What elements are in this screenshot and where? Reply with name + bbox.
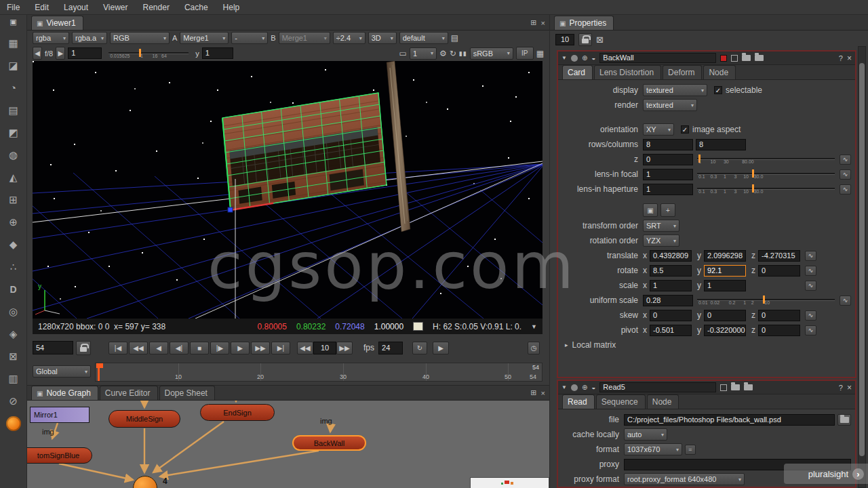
animation-curve-icon[interactable]: ∿ (840, 184, 851, 195)
close-panel-icon[interactable]: × (541, 19, 545, 27)
play-button[interactable]: ▶ (231, 342, 250, 354)
translate-z-field[interactable]: -4.270315 (758, 250, 800, 262)
display-toggle-icon[interactable] (720, 384, 727, 391)
toolbar-icon-time[interactable]: ◔ (10, 77, 16, 99)
goto-end-button[interactable]: ▶| (271, 342, 290, 354)
disclosure-arrow-icon[interactable]: ▸ (565, 342, 568, 348)
toolbar-icon-color[interactable]: ◩ (8, 121, 18, 144)
menu-layout[interactable]: Layout (56, 3, 96, 12)
nodegraph-minimap[interactable] (470, 477, 549, 488)
float-panel-icon[interactable]: ⊞ (530, 388, 536, 397)
downrez-dropdown[interactable]: 1▾ (410, 47, 437, 60)
help-icon[interactable]: ? (839, 54, 843, 62)
toolbar-icon-toolsets[interactable]: ⊠ (9, 345, 18, 367)
rotate-z-field[interactable]: 0 (758, 265, 800, 277)
close-properties-icon[interactable]: × (847, 54, 852, 63)
animation-curve-icon[interactable]: ∿ (805, 325, 816, 336)
step-back-button[interactable]: ◀| (170, 342, 189, 354)
tab-properties[interactable]: ▣ Properties (554, 16, 614, 30)
format-dropdown[interactable]: 1037x670▾ (624, 443, 682, 455)
layer-dropdown[interactable]: rgba▾ (33, 32, 69, 44)
proxy-scale-dropdown[interactable]: ÷2.4▾ (333, 32, 366, 44)
scale-x-field[interactable]: 1 (650, 280, 692, 291)
selectable-checkbox[interactable]: ✓ (714, 86, 722, 94)
menu-file[interactable]: File (7, 3, 27, 12)
a-input-dropdown[interactable]: Merge1▾ (180, 32, 229, 44)
lens-in-focal-slider[interactable]: 0.1 0.3 1 3 10 30.0 (697, 169, 835, 180)
save-preset-icon[interactable] (744, 384, 753, 390)
translate-y-field[interactable]: 2.0996298 (704, 250, 746, 262)
node-backwall[interactable]: BackWall (292, 435, 366, 451)
toolbar-icon-script[interactable]: ⊘ (9, 390, 18, 412)
node-name-field[interactable]: Read5 (599, 382, 716, 392)
tab-read[interactable]: Read (562, 394, 595, 409)
lamp-icon[interactable]: ◒ (591, 54, 595, 62)
image-aspect-checkbox[interactable]: ✓ (681, 125, 689, 134)
gamma-field[interactable]: 1 (202, 47, 233, 59)
tab-node-graph[interactable]: ▣ Node Graph (31, 386, 98, 400)
chevron-down-icon[interactable]: ▼ (531, 323, 537, 330)
input-process-button[interactable]: IP (516, 47, 534, 60)
scrollbar-handle[interactable] (859, 63, 865, 456)
toolbar-icon-channel[interactable]: ▤ (8, 99, 18, 121)
toolbar-icon-metadata[interactable]: ◈ (9, 323, 18, 345)
transform-order-dropdown[interactable]: SRT▾ (643, 220, 679, 232)
lamp-icon[interactable]: ◒ (591, 384, 595, 391)
max-panels-field[interactable]: 10 (555, 34, 574, 45)
node-middlesign[interactable]: MiddleSign (108, 410, 180, 428)
toolbar-icon-keyer[interactable]: ◭ (9, 166, 18, 188)
center-node-icon[interactable]: ⊕ (582, 54, 587, 62)
toolbar-icon-draw[interactable]: ◪ (8, 54, 18, 77)
monitor-icon[interactable]: ▭ (399, 49, 407, 58)
revert-icon[interactable] (731, 384, 740, 390)
range-mode-dropdown[interactable]: Global▾ (33, 365, 91, 378)
columns-field[interactable]: 8 (696, 139, 746, 150)
view-select-dropdown[interactable]: 3D▾ (368, 32, 397, 44)
scale-y-field[interactable]: 1 (704, 280, 746, 291)
tab-card[interactable]: Card (562, 65, 593, 79)
toolbar-icon-merge[interactable]: ⊞ (9, 188, 18, 211)
z-slider[interactable]: 1 10 30 80.00 (697, 154, 835, 165)
rotation-order-dropdown[interactable]: YZX▾ (643, 235, 679, 247)
animation-curve-icon[interactable]: ∿ (840, 169, 851, 180)
loop-mode-button[interactable]: ↻ (412, 342, 427, 354)
pivot-x-field[interactable]: -0.501 (650, 325, 692, 336)
camera-dropdown[interactable]: default▾ (399, 32, 448, 44)
current-frame-field[interactable]: 54 (33, 341, 73, 354)
cache-locally-dropdown[interactable]: auto▾ (624, 428, 667, 441)
tab-lens-distortion[interactable]: Lens Distortion (594, 65, 661, 79)
pane-menu-icon[interactable]: ▣ (9, 18, 16, 26)
animation-curve-icon[interactable]: ∿ (805, 266, 816, 276)
tab-viewer1[interactable]: ▣ Viewer1 (31, 16, 83, 30)
rotate-x-field[interactable]: 8.5 (650, 265, 692, 277)
skew-z-field[interactable]: 0 (758, 310, 800, 321)
skip-forward-button[interactable]: ▶▶ (336, 342, 353, 354)
next-keyframe-button[interactable]: ▶▶ (251, 342, 270, 354)
node-color-icon[interactable] (571, 55, 578, 62)
gain-field[interactable]: 1 (68, 47, 102, 59)
channels-dropdown[interactable]: RGB▾ (110, 32, 170, 44)
blend-mode-dropdown[interactable]: -▾ (231, 32, 268, 44)
b-input-dropdown[interactable]: Merge1▾ (279, 32, 330, 44)
float-panel-icon[interactable]: ⊞ (530, 18, 536, 27)
gain-up-button[interactable]: ▶ (56, 47, 65, 60)
refresh-icon[interactable]: ↻ (450, 49, 456, 58)
tab-node[interactable]: Node (647, 394, 679, 409)
animation-curve-icon[interactable]: ∿ (840, 155, 851, 165)
collapse-arrow-icon[interactable]: ▼ (561, 384, 567, 390)
lock-view-icon[interactable]: ▤ (451, 33, 458, 43)
file-path-field[interactable]: C:/project_files/Photoshop Files/back_wa… (624, 414, 835, 426)
rows-field[interactable]: 8 (643, 139, 693, 150)
colorspace-dropdown[interactable]: sRGB▾ (470, 47, 513, 60)
properties-scrollbar[interactable] (858, 46, 866, 488)
lock-panels-button[interactable] (578, 33, 592, 46)
prev-keyframe-button[interactable]: ◀◀ (129, 342, 148, 354)
format-equal-button[interactable]: = (685, 445, 696, 455)
animation-curve-icon[interactable]: ∿ (840, 296, 851, 306)
tab-node[interactable]: Node (703, 65, 736, 79)
revert-icon[interactable] (742, 55, 751, 61)
uniform-scale-slider[interactable]: 0.01 0.02 0.2 1 2 10 (697, 295, 835, 306)
alpha-layer-dropdown[interactable]: rgba.a▾ (72, 32, 107, 44)
orientation-dropdown[interactable]: XY▾ (643, 123, 674, 136)
proxy-format-dropdown[interactable]: root.proxy_format 640x480▾ (624, 473, 745, 485)
